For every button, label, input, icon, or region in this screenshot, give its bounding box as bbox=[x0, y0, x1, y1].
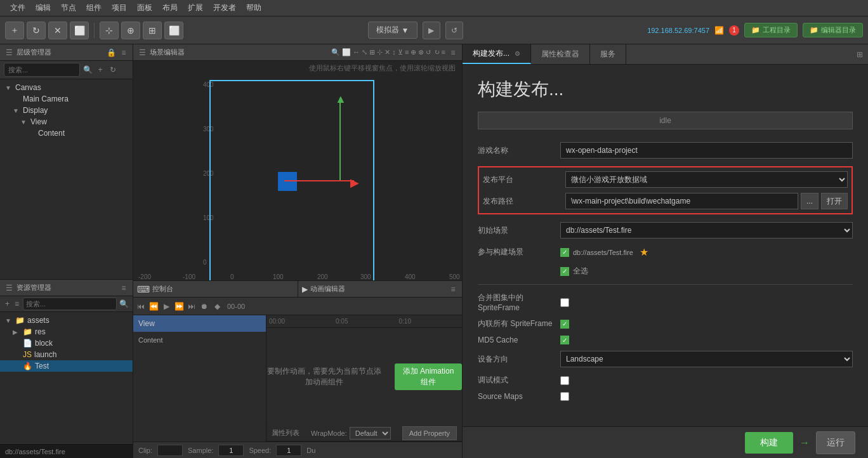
platform-select[interactable]: 微信小游戏开放数据域 bbox=[565, 171, 848, 188]
anim-step-fwd-icon[interactable]: ⏩ bbox=[174, 302, 184, 311]
menu-node[interactable]: 节点 bbox=[56, 1, 81, 15]
add-node-btn[interactable]: ＋ bbox=[5, 22, 24, 39]
add-icon[interactable]: + bbox=[95, 65, 105, 74]
simulate-btn[interactable]: 模拟器 ▼ bbox=[368, 22, 418, 39]
search-icon[interactable]: 🔍 bbox=[82, 65, 93, 74]
merge-sprite-checkbox[interactable] bbox=[560, 298, 569, 307]
clip-input[interactable] bbox=[157, 445, 183, 456]
rect-btn[interactable]: ⬜ bbox=[164, 22, 183, 39]
menu-file[interactable]: 文件 bbox=[5, 1, 30, 15]
menu-developer[interactable]: 开发者 bbox=[208, 1, 241, 15]
game-name-input[interactable] bbox=[560, 142, 853, 159]
participate-checkbox[interactable]: ✓ bbox=[560, 248, 569, 257]
game-name-row: 游戏名称 bbox=[478, 142, 853, 159]
tree-res[interactable]: ▶ 📁 res bbox=[0, 326, 133, 337]
display-label: Display bbox=[23, 106, 48, 115]
tree-view[interactable]: ▼ View bbox=[0, 116, 133, 128]
path-open-btn[interactable]: 打开 bbox=[821, 193, 848, 209]
scene-canvas[interactable]: 使用鼠标右键平移视窗焦点，使用滚轮缩放视图 400 300 200 100 0 … bbox=[133, 61, 462, 280]
add-property-btn[interactable]: Add Property bbox=[402, 426, 457, 440]
refresh-btn[interactable]: ↻ bbox=[27, 22, 46, 39]
asset-icon: ☰ bbox=[4, 284, 14, 292]
tree-content[interactable]: Content bbox=[0, 128, 133, 139]
tab-inspector[interactable]: 属性检查器 bbox=[531, 44, 590, 64]
anim-play-icon[interactable]: ▶ bbox=[161, 302, 171, 311]
scene-object-rect[interactable] bbox=[278, 172, 297, 191]
device-direction-select[interactable]: Landscape bbox=[560, 351, 853, 367]
tree-display[interactable]: ▼ Display bbox=[0, 105, 133, 116]
start-scene-select[interactable]: db://assets/Test.fire bbox=[560, 222, 853, 239]
tab-build[interactable]: 构建发布... ⚙ bbox=[463, 44, 531, 64]
refresh-sim-btn[interactable]: ↺ bbox=[445, 22, 463, 39]
scale-btn[interactable]: ⊞ bbox=[143, 22, 162, 39]
asset-search-input[interactable] bbox=[23, 298, 117, 310]
md5-cache-checkbox[interactable]: ✓ bbox=[560, 336, 569, 344]
select-all-checkbox[interactable]: ✓ bbox=[560, 267, 569, 276]
layer-search-input[interactable] bbox=[4, 63, 80, 77]
tab-service[interactable]: 服务 bbox=[590, 44, 626, 64]
menu-help[interactable]: 帮助 bbox=[241, 1, 266, 15]
tree-test[interactable]: 🔥 Test bbox=[0, 360, 133, 372]
rotate-btn[interactable]: ⊕ bbox=[121, 22, 140, 39]
delete-btn[interactable]: ✕ bbox=[48, 22, 67, 39]
panel-reset-icon[interactable]: ⊞ bbox=[857, 50, 863, 59]
source-maps-checkbox[interactable] bbox=[560, 392, 569, 401]
anim-title: 动画编辑器 bbox=[310, 284, 446, 294]
play-btn[interactable]: ▶ bbox=[423, 22, 440, 39]
menu-component[interactable]: 组件 bbox=[81, 1, 107, 15]
canvas-arrow: ▼ bbox=[5, 84, 13, 91]
menu-layout[interactable]: 布局 bbox=[157, 1, 183, 15]
anim-add-key-icon[interactable]: ◆ bbox=[212, 302, 222, 311]
menu-panel[interactable]: 面板 bbox=[132, 1, 157, 15]
menu-extend[interactable]: 扩展 bbox=[183, 1, 208, 15]
editor-dir-btn[interactable]: 📁 编辑器目录 bbox=[803, 23, 863, 37]
refresh-layer-icon[interactable]: ↻ bbox=[108, 65, 118, 74]
build-title: 构建发布... bbox=[478, 77, 853, 101]
menu-bar: 文件 编辑 节点 组件 项目 面板 布局 扩展 开发者 帮助 bbox=[0, 0, 868, 16]
asset-more-icon[interactable]: ≡ bbox=[119, 284, 129, 292]
asset-add-icon[interactable]: + bbox=[4, 299, 11, 308]
tree-main-camera[interactable]: Main Camera bbox=[0, 93, 133, 105]
tree-assets[interactable]: ▼ 📁 assets bbox=[0, 315, 133, 326]
scene-more-icon[interactable]: ≡ bbox=[448, 48, 458, 57]
speed-input[interactable] bbox=[276, 445, 301, 456]
source-maps-label: Source Maps bbox=[478, 392, 560, 401]
view-label: View bbox=[30, 117, 47, 126]
path-input-row: ... 打开 bbox=[565, 193, 848, 209]
asset-sort-icon[interactable]: ≡ bbox=[13, 299, 20, 308]
anim-prev-icon[interactable]: ⏮ bbox=[136, 302, 146, 311]
path-browse-btn[interactable]: ... bbox=[801, 193, 819, 209]
anim-next-icon[interactable]: ⏭ bbox=[187, 302, 197, 311]
tree-launch[interactable]: JS launch bbox=[0, 349, 133, 360]
layer-more-icon[interactable]: ≡ bbox=[119, 48, 129, 57]
layer-lock-icon[interactable]: 🔒 bbox=[106, 48, 116, 57]
add-anim-btn[interactable]: 添加 Animation 组件 bbox=[395, 363, 462, 390]
menu-project[interactable]: 项目 bbox=[107, 1, 132, 15]
move-btn[interactable]: ⊹ bbox=[100, 22, 119, 39]
notification-badge[interactable]: 1 bbox=[729, 25, 739, 36]
menu-edit[interactable]: 编辑 bbox=[30, 1, 56, 15]
tree-block[interactable]: 📄 block bbox=[0, 337, 133, 349]
screenshot-btn[interactable]: ⬜ bbox=[70, 22, 89, 39]
build-tab-label: 构建发布... bbox=[473, 48, 510, 59]
build-btn[interactable]: 构建 bbox=[745, 432, 793, 454]
path-input[interactable] bbox=[565, 193, 798, 209]
project-dir-btn[interactable]: 📁 工程目录 bbox=[744, 23, 798, 37]
star-btn[interactable]: ★ bbox=[640, 246, 648, 258]
x-axis-neg200: -200 bbox=[138, 273, 151, 280]
anim-step-back-icon[interactable]: ⏪ bbox=[148, 302, 159, 311]
sample-input[interactable] bbox=[218, 445, 244, 456]
inline-sprite-checkbox[interactable]: ✓ bbox=[560, 320, 569, 329]
anim-record-icon[interactable]: ⏺ bbox=[199, 302, 209, 311]
block-file-icon: 📄 bbox=[23, 339, 32, 348]
anim-more-icon[interactable]: ≡ bbox=[448, 285, 458, 294]
status-text: db://assets/Test.fire bbox=[5, 448, 65, 455]
scene-panel: ☰ 场景编辑器 🔍 ⬜ ↔ ⤡ ⊞ ⊹ ✕ ↕ ⊻ ≡ ⊕ ⊗ ↺ ↻ ≡ ≡ … bbox=[133, 44, 462, 280]
asset-search-icon[interactable]: 🔍 bbox=[119, 299, 129, 308]
wrapmode-select[interactable]: Default bbox=[350, 427, 391, 440]
debug-mode-checkbox[interactable] bbox=[560, 376, 569, 385]
tree-canvas[interactable]: ▼ Canvas bbox=[0, 82, 133, 93]
merge-sprite-label: 合并图集中的 SpriteFrame bbox=[478, 292, 560, 312]
run-btn[interactable]: 运行 bbox=[816, 431, 855, 454]
anim-right: 00:00 0:05 0:10 要制作动画，需要先为当前节点添加动画组件 添加 … bbox=[266, 315, 462, 442]
